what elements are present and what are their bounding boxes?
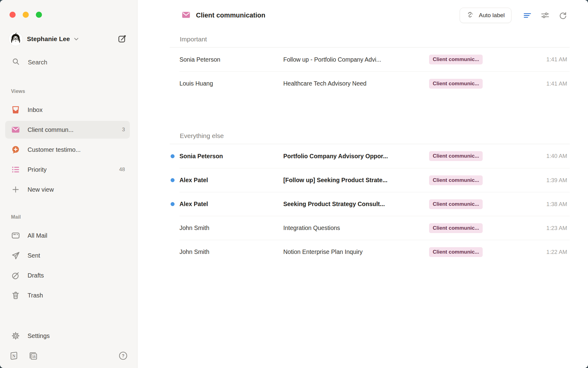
email-row[interactable]: Sonia Peterson Follow up - Portfolio Com… [170, 48, 570, 71]
gear-icon [11, 331, 20, 340]
auto-label-text: Auto label [479, 12, 505, 19]
refresh-icon[interactable] [556, 9, 570, 22]
sidebar-item-priority[interactable]: Priority 48 [5, 161, 130, 178]
email-row[interactable]: Louis Huang Healthcare Tech Advisory Nee… [170, 71, 570, 95]
drafts-icon [11, 271, 20, 280]
unread-count-badge: 3 [122, 127, 125, 133]
chat-plus-icon [11, 145, 20, 154]
sidebar-item-inbox[interactable]: Inbox [5, 101, 130, 119]
filter-icon[interactable] [521, 9, 534, 22]
email-sender: Alex Patel [179, 177, 283, 184]
settings-list: Settings [0, 327, 137, 345]
sidebar-spacer [0, 304, 137, 320]
plus-icon [11, 185, 20, 194]
section-title: Important [170, 31, 570, 48]
email-time: 1:41 AM [483, 56, 570, 63]
email-subject: Notion Enterprise Plan Inquiry [283, 248, 429, 255]
email-time: 1:39 AM [483, 177, 570, 184]
email-sections: Important Sonia Peterson Follow up - Por… [170, 31, 570, 264]
email-time: 1:22 AM [483, 249, 570, 255]
section-rows: Sonia Peterson Portfolio Company Advisor… [170, 144, 570, 264]
email-subject: Seeking Product Strategy Consult... [283, 201, 429, 208]
chevron-down-icon [73, 36, 80, 42]
calendar-icon[interactable]: 15 [28, 351, 38, 361]
label-badge[interactable]: Client communic... [429, 151, 483, 161]
views-list: Inbox Client commun... 3 [0, 101, 137, 198]
email-subject: Follow up - Portfolio Company Advi... [283, 56, 429, 63]
search-placeholder: Search [28, 59, 47, 66]
email-subject: [Follow up] Seeking Product Strate... [283, 177, 429, 184]
main-panel: Client communication Auto label [138, 0, 588, 368]
email-time: 1:41 AM [483, 80, 570, 87]
email-row[interactable]: Alex Patel [Follow up] Seeking Product S… [170, 168, 570, 192]
auto-label-button[interactable]: Auto label [460, 8, 511, 23]
sidebar-item-all-mail[interactable]: All Mail [5, 227, 130, 244]
search-input[interactable]: Search [5, 56, 130, 69]
search-icon [12, 58, 20, 67]
unread-dot-icon [171, 178, 175, 182]
email-row[interactable]: Alex Patel Seeking Product Strategy Cons… [170, 192, 570, 216]
section-label-views: Views [11, 89, 130, 94]
email-sender: Louis Huang [179, 80, 283, 87]
zoom-window-button[interactable] [36, 12, 42, 18]
sliders-icon[interactable] [538, 9, 552, 22]
email-sender: John Smith [179, 224, 283, 232]
sidebar-item-client-communication[interactable]: Client commun... 3 [5, 121, 130, 139]
label-badge[interactable]: Client communic... [429, 175, 483, 185]
section-rows: Sonia Peterson Follow up - Portfolio Com… [170, 48, 570, 95]
unread-dot-icon [171, 202, 175, 206]
mail-label-icon [11, 125, 20, 134]
send-icon [11, 251, 20, 260]
email-time: 1:40 AM [483, 153, 570, 159]
compose-button[interactable] [116, 33, 128, 45]
email-sender: Alex Patel [179, 201, 283, 208]
label-badge[interactable]: Client communic... [429, 223, 483, 233]
email-row[interactable]: Sonia Peterson Portfolio Company Advisor… [170, 144, 570, 168]
sidebar-item-sent[interactable]: Sent [5, 247, 130, 264]
sidebar-footer: N 15 ? [9, 349, 128, 362]
email-row[interactable]: John Smith Notion Enterprise Plan Inquir… [170, 240, 570, 264]
notion-logo-icon[interactable]: N [9, 351, 19, 361]
priority-list-icon [11, 165, 20, 174]
view-header: Client communication Auto label [170, 0, 570, 31]
app-window: Stephanie Lee Search Views [0, 0, 588, 368]
sidebar-item-trash[interactable]: Trash [5, 286, 130, 304]
email-section: Everything else Sonia Peterson Portfolio… [170, 127, 570, 264]
email-section: Important Sonia Peterson Follow up - Por… [170, 31, 570, 95]
sidebar-item-settings[interactable]: Settings [5, 327, 130, 345]
email-subject: Healthcare Tech Advisory Need [283, 80, 429, 87]
label-badge[interactable]: Client communic... [429, 247, 483, 257]
svg-text:N: N [12, 354, 15, 358]
page-title: Client communication [196, 12, 266, 19]
email-sender: Sonia Peterson [179, 56, 283, 63]
inbox-icon [11, 105, 20, 114]
email-time: 1:23 AM [483, 225, 570, 232]
header-actions: Auto label [460, 8, 570, 23]
label-badge[interactable]: Client communic... [429, 79, 483, 89]
sidebar-item-drafts[interactable]: Drafts [5, 266, 130, 284]
calendar-day: 15 [32, 355, 36, 358]
email-subject: Portfolio Company Advisory Oppor... [283, 153, 429, 160]
label-badge[interactable]: Client communic... [429, 55, 483, 64]
auto-label-icon [466, 10, 475, 20]
avatar [9, 32, 22, 46]
minimize-window-button[interactable] [23, 12, 29, 18]
mail-label-icon [181, 10, 191, 21]
sidebar: Stephanie Lee Search Views [0, 0, 138, 368]
unread-dot-icon [171, 154, 175, 158]
all-mail-icon [11, 231, 20, 240]
label-badge[interactable]: Client communic... [429, 199, 483, 209]
sidebar-item-new-view[interactable]: New view [5, 181, 130, 198]
user-name: Stephanie Lee [27, 35, 70, 43]
window-controls [0, 12, 137, 18]
email-time: 1:38 AM [483, 201, 570, 208]
account-switcher[interactable]: Stephanie Lee [9, 32, 128, 46]
section-label-mail: Mail [11, 214, 130, 220]
sidebar-item-customer-testimonials[interactable]: Customer testimo... [5, 141, 130, 159]
trash-icon [11, 291, 20, 300]
email-row[interactable]: John Smith Integration Questions Client … [170, 216, 570, 240]
section-title: Everything else [170, 127, 570, 144]
help-icon[interactable]: ? [118, 351, 128, 361]
email-subject: Integration Questions [283, 224, 429, 232]
close-window-button[interactable] [9, 12, 16, 18]
